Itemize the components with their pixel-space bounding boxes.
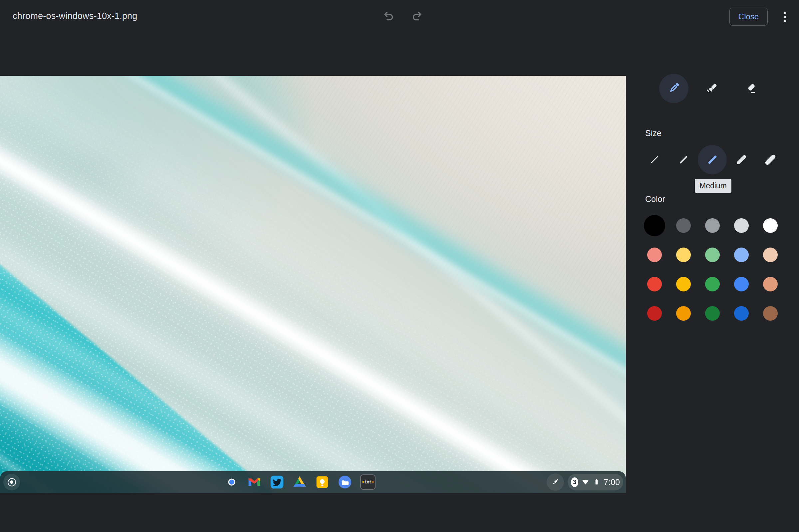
color-swatch-cell xyxy=(669,299,698,328)
color-swatch-cell xyxy=(756,269,785,299)
color-swatch-e29b7b[interactable] xyxy=(763,277,778,291)
size-tooltip: Medium xyxy=(695,179,731,193)
pen-tool-button[interactable] xyxy=(659,74,688,103)
file-title: chrome-os-windows-10x-1.png xyxy=(13,11,137,21)
eraser-tool-button[interactable] xyxy=(736,74,765,103)
annotation-canvas[interactable]: <txt> 3 xyxy=(0,76,626,493)
size-option-5[interactable] xyxy=(756,145,785,174)
keep-icon[interactable] xyxy=(315,475,330,489)
clock: 7:00 xyxy=(603,477,620,487)
chromeos-shelf: <txt> 3 xyxy=(0,471,626,493)
launcher-icon xyxy=(8,478,16,487)
color-swatch-cell xyxy=(756,211,785,240)
launcher-button[interactable] xyxy=(3,474,20,490)
color-swatch-f1cbb1[interactable] xyxy=(763,248,778,262)
wifi-icon xyxy=(581,477,590,487)
color-swatch-cell xyxy=(640,211,669,240)
size-selector xyxy=(640,145,785,174)
chrome-icon[interactable] xyxy=(224,475,239,489)
color-swatch-ffffff[interactable] xyxy=(763,218,778,233)
marker-tool-button[interactable] xyxy=(698,74,727,103)
tool-selector xyxy=(659,74,765,103)
color-swatch-cell xyxy=(727,269,756,299)
color-swatch-cell xyxy=(698,211,727,240)
shelf-annotate-button[interactable] xyxy=(547,473,564,491)
color-swatch-cell xyxy=(727,240,756,269)
gmail-icon[interactable] xyxy=(247,475,262,489)
color-swatch-1967d2[interactable] xyxy=(734,306,749,321)
txt-glyph-open: < xyxy=(362,480,364,485)
marker-icon xyxy=(705,81,719,96)
color-swatch-000000[interactable] xyxy=(644,215,665,236)
color-swatch-9aa0a6[interactable] xyxy=(705,218,720,233)
size-option-4[interactable] xyxy=(727,145,756,174)
color-swatch-cell xyxy=(756,299,785,328)
color-swatch-cell xyxy=(756,240,785,269)
size-section-label: Size xyxy=(645,129,662,138)
color-palette xyxy=(640,211,785,328)
color-swatch-cell xyxy=(640,299,669,328)
undo-icon xyxy=(382,10,395,24)
files-icon[interactable] xyxy=(338,475,352,489)
color-swatch-cell xyxy=(727,211,756,240)
twitter-icon[interactable] xyxy=(270,475,284,489)
status-tray[interactable]: 3 7:00 xyxy=(568,474,623,490)
color-swatch-c5221f[interactable] xyxy=(647,306,662,321)
color-swatch-cell xyxy=(698,240,727,269)
color-swatch-34a853[interactable] xyxy=(705,277,720,291)
color-swatch-188038[interactable] xyxy=(705,306,720,321)
size-option-3[interactable] xyxy=(698,145,727,174)
stylus-icon xyxy=(551,477,560,487)
color-swatch-cell xyxy=(669,211,698,240)
color-swatch-5f6368[interactable] xyxy=(676,218,691,233)
size-option-1[interactable] xyxy=(640,145,669,174)
drive-icon[interactable] xyxy=(292,475,307,489)
image-annotation-app: chrome-os-windows-10x-1.png Close xyxy=(0,0,799,532)
notification-count-badge: 3 xyxy=(571,477,578,487)
color-swatch-cell xyxy=(669,240,698,269)
redo-button[interactable] xyxy=(409,8,425,25)
color-swatch-cell xyxy=(698,299,727,328)
color-swatch-81c995[interactable] xyxy=(705,248,720,262)
annotation-tool-panel: Size Medium Color xyxy=(626,0,799,532)
eraser-icon xyxy=(744,81,757,96)
color-swatch-8ab4f8[interactable] xyxy=(734,248,749,262)
color-swatch-cell xyxy=(669,269,698,299)
shelf-app-row: <txt> xyxy=(224,471,375,493)
color-swatch-f28b82[interactable] xyxy=(647,248,662,262)
color-swatch-ea4335[interactable] xyxy=(647,277,662,291)
sand-ripples xyxy=(0,76,626,493)
battery-icon xyxy=(593,478,600,487)
pen-icon xyxy=(667,81,681,96)
undo-button[interactable] xyxy=(380,8,396,25)
color-swatch-cell xyxy=(698,269,727,299)
color-swatch-9b684b[interactable] xyxy=(763,306,778,321)
color-swatch-cell xyxy=(727,299,756,328)
color-swatch-cell xyxy=(640,269,669,299)
color-swatch-f29900[interactable] xyxy=(676,306,691,321)
txt-glyph-close: > xyxy=(372,480,374,485)
color-swatch-fdd663[interactable] xyxy=(676,248,691,262)
text-editor-icon[interactable]: <txt> xyxy=(360,474,375,490)
color-swatch-cell xyxy=(640,240,669,269)
color-section-label: Color xyxy=(645,194,665,204)
color-swatch-4285f4[interactable] xyxy=(734,277,749,291)
size-option-2[interactable] xyxy=(669,145,698,174)
color-swatch-dadce0[interactable] xyxy=(734,218,749,233)
txt-glyph-label: txt xyxy=(364,480,372,485)
redo-icon xyxy=(410,10,424,24)
color-swatch-fbbc04[interactable] xyxy=(676,277,691,291)
